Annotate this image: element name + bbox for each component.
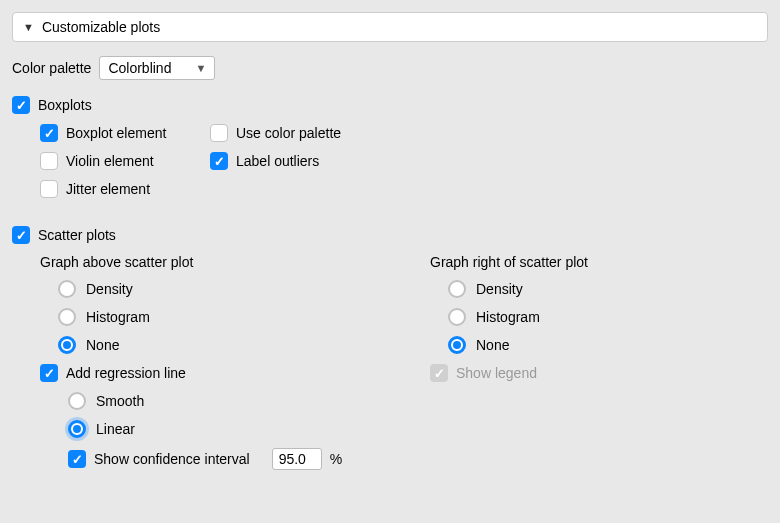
chevron-down-icon: ▼	[195, 62, 206, 74]
right-density-label: Density	[476, 281, 523, 297]
graph-right-label: Graph right of scatter plot	[430, 254, 768, 270]
jitter-element-label: Jitter element	[66, 181, 150, 197]
right-histogram-radio[interactable]	[448, 308, 466, 326]
scatter-plots-checkbox[interactable]: ✓	[12, 226, 30, 244]
right-histogram-label: Histogram	[476, 309, 540, 325]
boxplots-label: Boxplots	[38, 97, 92, 113]
right-none-radio[interactable]	[448, 336, 466, 354]
right-none-label: None	[476, 337, 509, 353]
panel-header[interactable]: ▼ Customizable plots	[12, 12, 768, 42]
violin-element-label: Violin element	[66, 153, 154, 169]
ci-suffix: %	[330, 451, 342, 467]
graph-above-label: Graph above scatter plot	[40, 254, 430, 270]
color-palette-value: Colorblind	[108, 60, 171, 76]
add-regression-checkbox[interactable]: ✓	[40, 364, 58, 382]
violin-element-checkbox[interactable]	[40, 152, 58, 170]
above-histogram-radio[interactable]	[58, 308, 76, 326]
right-density-radio[interactable]	[448, 280, 466, 298]
above-density-radio[interactable]	[58, 280, 76, 298]
add-regression-label: Add regression line	[66, 365, 186, 381]
graph-right-column: Graph right of scatter plot Density Hist…	[430, 254, 768, 480]
color-palette-select[interactable]: Colorblind ▼	[99, 56, 215, 80]
use-color-palette-checkbox[interactable]	[210, 124, 228, 142]
regression-smooth-radio[interactable]	[68, 392, 86, 410]
label-outliers-checkbox[interactable]: ✓	[210, 152, 228, 170]
boxplot-element-checkbox[interactable]: ✓	[40, 124, 58, 142]
regression-linear-label: Linear	[96, 421, 135, 437]
show-ci-checkbox[interactable]: ✓	[68, 450, 86, 468]
label-outliers-label: Label outliers	[236, 153, 319, 169]
regression-linear-radio[interactable]	[68, 420, 86, 438]
show-ci-label: Show confidence interval	[94, 451, 250, 467]
disclosure-triangle-icon: ▼	[23, 21, 34, 33]
above-histogram-label: Histogram	[86, 309, 150, 325]
jitter-element-checkbox[interactable]	[40, 180, 58, 198]
use-color-palette-label: Use color palette	[236, 125, 341, 141]
boxplots-section: ✓ Boxplots ✓ Boxplot element Violin elem…	[12, 96, 768, 208]
show-legend-label: Show legend	[456, 365, 537, 381]
color-palette-label: Color palette	[12, 60, 91, 76]
boxplot-element-label: Boxplot element	[66, 125, 166, 141]
regression-smooth-label: Smooth	[96, 393, 144, 409]
graph-above-column: Graph above scatter plot Density Histogr…	[40, 254, 430, 480]
boxplots-checkbox[interactable]: ✓	[12, 96, 30, 114]
above-none-radio[interactable]	[58, 336, 76, 354]
above-none-label: None	[86, 337, 119, 353]
color-palette-row: Color palette Colorblind ▼	[12, 56, 768, 80]
ci-value-input[interactable]: 95.0	[272, 448, 322, 470]
above-density-label: Density	[86, 281, 133, 297]
show-legend-checkbox: ✓	[430, 364, 448, 382]
panel-title: Customizable plots	[42, 19, 160, 35]
scatter-plots-label: Scatter plots	[38, 227, 116, 243]
scatter-section: ✓ Scatter plots Graph above scatter plot…	[12, 226, 768, 480]
